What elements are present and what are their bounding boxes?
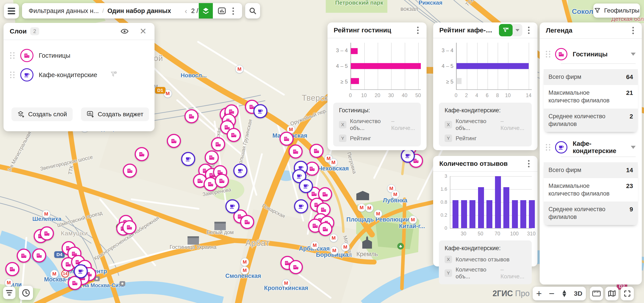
hotel-marker[interactable] <box>32 248 46 262</box>
reviews-more-button[interactable] <box>526 158 531 169</box>
chart-bar[interactable] <box>351 63 421 69</box>
chart-bar[interactable] <box>456 63 529 69</box>
drag-handle-icon[interactable] <box>10 52 14 59</box>
chart-bar[interactable] <box>520 200 526 228</box>
y-axis-field: Рейтинг <box>350 135 371 142</box>
hotel-rating-more-button[interactable] <box>415 25 420 36</box>
chart-bar[interactable] <box>503 187 509 228</box>
cafe-filter-control <box>499 24 522 36</box>
layer-item-hotel[interactable]: Гостиницы <box>4 46 154 65</box>
hotel-marker[interactable] <box>289 260 303 274</box>
cafe-marker[interactable] <box>233 164 248 178</box>
metro-station-icon: М <box>374 210 382 218</box>
hotel-marker[interactable] <box>280 132 294 146</box>
hotel-marker[interactable] <box>288 144 303 159</box>
hotel-marker[interactable] <box>318 222 332 236</box>
hotel-marker[interactable] <box>184 109 198 123</box>
cafe-marker[interactable] <box>299 179 313 193</box>
fullscreen-icon <box>624 290 631 297</box>
chart-bar[interactable] <box>461 200 467 228</box>
breadcrumb: Фильтрация данных н... / Один набор данн… <box>22 7 171 15</box>
cafe-filter-dropdown[interactable] <box>512 29 522 32</box>
layer-item-cafe[interactable]: Кафе-кондитерские! <box>4 65 154 85</box>
collapse-chevron-icon[interactable] <box>631 53 636 56</box>
add-layer-icon <box>17 111 25 118</box>
minimap-button[interactable] <box>605 287 618 300</box>
page-prev-button[interactable]: ‹ <box>181 7 191 15</box>
drag-handle-icon[interactable] <box>10 72 14 78</box>
hotel-marker[interactable] <box>167 134 181 148</box>
chart-bar[interactable] <box>456 78 462 84</box>
cafe-marker[interactable] <box>253 104 268 118</box>
hotel-marker[interactable] <box>215 174 229 188</box>
chart-bar[interactable] <box>351 48 358 54</box>
legend-more-button[interactable] <box>630 25 636 36</box>
x-tick-label: 2 <box>465 93 468 98</box>
topbar: Фильтрация данных н... / Один набор данн… <box>22 3 242 19</box>
topbar-more-button[interactable] <box>231 6 236 19</box>
chart-source-label: Гостиницы: <box>339 107 415 114</box>
menu-button[interactable] <box>4 4 19 19</box>
cafe-rating-more-button[interactable] <box>526 25 531 36</box>
layers-toggle-button[interactable] <box>199 3 213 19</box>
stat-value: 64 <box>626 73 633 81</box>
legend-sections: ГостиницыВсего фирм64Максимальное количе… <box>540 46 642 225</box>
chart-bar[interactable] <box>512 200 518 228</box>
cafe-marker[interactable] <box>74 264 88 278</box>
create-widget-button[interactable]: Создать виджет <box>81 107 149 121</box>
chart-source-label: Кафе-кондитерские: <box>444 245 526 252</box>
legend-panel: Легенда ГостиницыВсего фирм64Максимально… <box>540 23 642 284</box>
hotel-marker[interactable] <box>17 249 31 263</box>
search-button[interactable] <box>245 3 260 19</box>
hotel-marker[interactable] <box>205 150 219 164</box>
hotel-marker[interactable] <box>240 215 254 229</box>
chart-bar[interactable] <box>470 200 476 228</box>
breadcrumb-project[interactable]: Фильтрация данных н... <box>28 7 99 15</box>
chart-bar[interactable] <box>486 200 492 228</box>
hotel-marker[interactable] <box>122 220 136 234</box>
drag-handle-icon[interactable] <box>546 144 550 151</box>
hotel-rating-chart: 3 – 44 – 5≥ 5 01020304050 Гостиницы: X К… <box>328 38 426 152</box>
map-filter-button[interactable] <box>3 287 16 299</box>
legend-section-cafe[interactable]: Кафе-кондитерские <box>540 139 642 155</box>
chart-bar[interactable] <box>478 187 484 228</box>
stat-value: 9 <box>630 205 633 221</box>
hotel-marker[interactable] <box>310 144 324 158</box>
cafe-marker[interactable] <box>226 199 240 213</box>
hotel-marker[interactable] <box>227 128 241 142</box>
drag-handle-icon[interactable] <box>546 51 550 58</box>
compass-icon <box>562 290 567 297</box>
ruler-button[interactable] <box>590 287 603 300</box>
hotel-marker[interactable] <box>211 137 225 151</box>
legend-section-hotel[interactable]: Гостиницы <box>540 46 642 62</box>
x-tick-label: 6 <box>486 93 488 98</box>
chart-bar[interactable] <box>452 200 458 228</box>
stat-value: 21 <box>626 89 633 104</box>
create-layer-label: Создать слой <box>28 111 67 118</box>
cafe-filter-active-button[interactable] <box>499 24 512 36</box>
chart-bar[interactable] <box>529 200 535 228</box>
metro-station-icon: М <box>329 158 338 167</box>
widgets-button[interactable] <box>216 6 228 16</box>
geofilters-button[interactable]: Геофильтры <box>594 4 640 18</box>
collapse-chevron-icon[interactable] <box>631 146 636 149</box>
layer-filter-warning-icon[interactable]: ! <box>110 71 117 79</box>
hotel-marker[interactable] <box>40 226 54 240</box>
chart-bar[interactable] <box>495 176 501 228</box>
cafe-marker[interactable] <box>294 199 308 213</box>
layers-visibility-button[interactable] <box>119 27 130 36</box>
layers-close-button[interactable]: ✕ <box>138 25 148 38</box>
hotel-marker[interactable] <box>5 262 19 276</box>
create-layer-button[interactable]: Создать слой <box>12 107 73 121</box>
cafe-marker[interactable] <box>181 152 195 166</box>
chart-bar[interactable] <box>351 78 359 84</box>
stat-label: Среднее количество филиалов <box>548 205 619 221</box>
hamburger-icon <box>8 8 15 14</box>
layers-icon <box>202 7 210 15</box>
history-button[interactable] <box>19 286 33 300</box>
fullscreen-button[interactable] <box>621 287 634 300</box>
breadcrumb-dataset[interactable]: Один набор данных <box>108 7 171 15</box>
hotel-marker[interactable] <box>123 164 137 178</box>
hotel-marker[interactable] <box>135 147 149 161</box>
compass-button[interactable] <box>562 290 567 297</box>
